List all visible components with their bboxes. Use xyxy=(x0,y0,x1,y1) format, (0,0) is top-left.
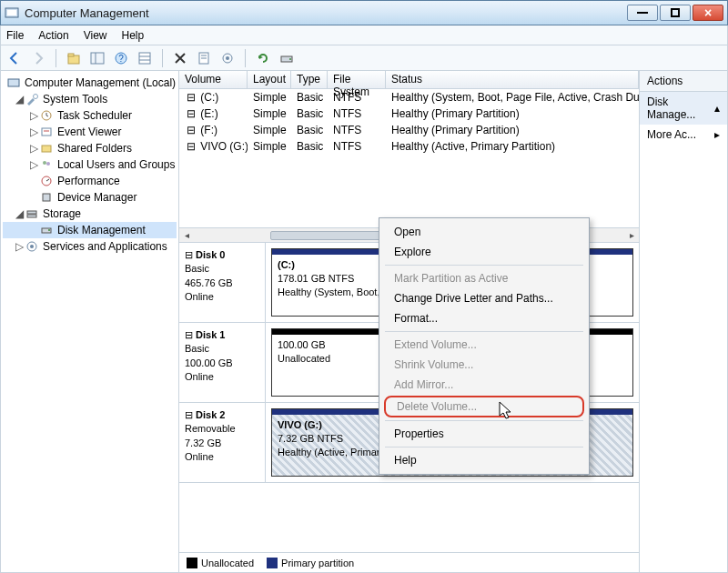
window-titlebar: Computer Management × xyxy=(0,0,728,25)
settings-icon[interactable] xyxy=(219,50,236,66)
close-button[interactable]: × xyxy=(693,5,723,21)
window-title: Computer Management xyxy=(25,6,625,20)
tree-disk-management[interactable]: Disk Management xyxy=(3,222,177,238)
tree-task-scheduler[interactable]: ▷ Task Scheduler xyxy=(3,107,177,124)
volume-row[interactable]: ⊟ (E:)SimpleBasicNTFSHealthy (Primary Pa… xyxy=(179,106,639,122)
performance-icon xyxy=(39,174,54,188)
collapse-icon[interactable]: ◢ xyxy=(14,93,25,106)
actions-group-label: Disk Manage... xyxy=(647,96,714,121)
svg-rect-29 xyxy=(27,215,36,217)
delete-icon[interactable] xyxy=(172,50,188,66)
menu-help[interactable]: Help xyxy=(122,29,145,42)
tree-item-label: Services and Applications xyxy=(43,240,167,253)
expand-icon[interactable]: ▷ xyxy=(28,109,39,122)
drive-icon: ⊟ xyxy=(185,124,197,136)
volume-table: Volume Layout Type File System Status ⊟ … xyxy=(179,71,639,242)
menu-action[interactable]: Action xyxy=(38,29,68,42)
context-menu-item[interactable]: Help xyxy=(381,450,587,470)
col-status[interactable]: Status xyxy=(386,71,639,89)
tree-item-label: Shared Folders xyxy=(57,142,132,155)
volume-row[interactable]: ⊟ (C:)SimpleBasicNTFSHealthy (System, Bo… xyxy=(179,89,639,106)
context-menu-item: Extend Volume... xyxy=(381,335,587,355)
expand-icon[interactable]: ▷ xyxy=(28,126,39,138)
legend-unallocated: Unallocated xyxy=(201,558,254,568)
tree-root[interactable]: Computer Management (Local) xyxy=(3,75,177,91)
forward-icon[interactable] xyxy=(30,50,46,66)
disk-label[interactable]: ⊟ Disk 1Basic100.00 GBOnline xyxy=(179,323,266,402)
expand-icon[interactable]: ▷ xyxy=(14,240,25,253)
actions-more[interactable]: More Ac... ▸ xyxy=(640,125,727,145)
tree-local-users[interactable]: ▷ Local Users and Groups xyxy=(3,156,177,173)
scroll-right-icon[interactable]: ▸ xyxy=(624,230,639,240)
chevron-right-icon: ▸ xyxy=(714,128,720,141)
svg-point-31 xyxy=(48,229,50,231)
svg-point-17 xyxy=(289,58,291,60)
users-icon xyxy=(39,157,54,172)
menu-separator xyxy=(385,447,583,447)
disk-label[interactable]: ⊟ Disk 0Basic465.76 GBOnline xyxy=(179,243,266,322)
expand-icon[interactable]: ▷ xyxy=(28,142,39,155)
tree-storage-label: Storage xyxy=(43,207,81,220)
event-icon xyxy=(39,125,54,139)
context-menu-item[interactable]: Explore xyxy=(381,242,587,262)
tools-icon xyxy=(25,92,39,106)
context-menu-item[interactable]: Open xyxy=(381,222,587,242)
back-icon[interactable] xyxy=(6,50,23,66)
volume-row[interactable]: ⊟ VIVO (G:)SimpleBasicNTFSHealthy (Activ… xyxy=(179,138,639,155)
minimize-button[interactable] xyxy=(627,5,658,21)
context-menu-item[interactable]: Format... xyxy=(381,308,587,328)
app-icon xyxy=(5,5,19,20)
disk-type-icon: ⊟ xyxy=(185,409,193,420)
tree-performance[interactable]: Performance xyxy=(3,173,177,189)
panel-icon[interactable] xyxy=(89,50,106,66)
svg-rect-8 xyxy=(139,53,150,64)
help-icon[interactable]: ? xyxy=(113,50,129,66)
svg-text:?: ? xyxy=(118,54,124,64)
folder-share-icon xyxy=(39,141,54,156)
clock-icon xyxy=(39,108,54,123)
disk-label[interactable]: ⊟ Disk 2Removable7.32 GBOnline xyxy=(179,403,266,482)
tree-services[interactable]: ▷ Services and Applications xyxy=(3,238,177,255)
actions-more-label: More Ac... xyxy=(647,128,696,141)
col-layout[interactable]: Layout xyxy=(248,71,291,89)
maximize-button[interactable] xyxy=(660,5,691,21)
menu-separator xyxy=(385,420,583,421)
collapse-icon[interactable]: ◢ xyxy=(14,207,25,220)
tree-device-manager[interactable]: Device Manager xyxy=(3,189,177,206)
device-icon xyxy=(39,190,54,205)
scroll-left-icon[interactable]: ◂ xyxy=(179,230,194,240)
col-volume[interactable]: Volume xyxy=(179,71,248,89)
tree-system-tools[interactable]: ◢ System Tools xyxy=(3,91,177,107)
tree-item-label: Device Manager xyxy=(57,191,136,204)
menu-view[interactable]: View xyxy=(84,29,107,42)
disk-icon[interactable] xyxy=(278,50,295,66)
context-menu-item[interactable]: Properties xyxy=(381,424,587,444)
actions-pane: Actions Disk Manage... ▴ More Ac... ▸ xyxy=(640,71,727,572)
actions-header: Actions xyxy=(640,71,727,92)
navigation-tree: Computer Management (Local) ◢ System Too… xyxy=(1,71,179,572)
tree-storage[interactable]: ◢ Storage xyxy=(3,206,177,222)
chevron-up-icon: ▴ xyxy=(714,102,720,115)
context-menu-item[interactable]: Change Drive Letter and Paths... xyxy=(381,288,587,308)
expand-icon[interactable]: ▷ xyxy=(28,158,39,171)
col-filesystem[interactable]: File System xyxy=(328,71,386,89)
drive-icon: ⊟ xyxy=(185,91,197,104)
volume-row[interactable]: ⊟ (F:)SimpleBasicNTFSHealthy (Primary Pa… xyxy=(179,122,639,138)
properties-icon[interactable] xyxy=(196,50,212,66)
svg-point-19 xyxy=(34,95,38,99)
menu-file[interactable]: File xyxy=(6,29,24,42)
svg-rect-1 xyxy=(7,10,16,15)
col-type[interactable]: Type xyxy=(291,71,328,89)
refresh-icon[interactable] xyxy=(255,50,271,66)
tree-item-label: Performance xyxy=(57,175,120,187)
tree-event-viewer[interactable]: ▷ Event Viewer xyxy=(3,124,177,140)
up-icon[interactable] xyxy=(66,50,82,66)
context-menu-item: Mark Partition as Active xyxy=(381,268,587,288)
actions-group[interactable]: Disk Manage... ▴ xyxy=(640,92,727,125)
tree-item-label: Event Viewer xyxy=(57,126,121,138)
tree-shared-folders[interactable]: ▷ Shared Folders xyxy=(3,140,177,156)
volume-table-header: Volume Layout Type File System Status xyxy=(179,71,639,89)
disk-type-icon: ⊟ xyxy=(185,329,193,340)
menu-separator xyxy=(385,331,583,332)
view-icon[interactable] xyxy=(136,50,153,66)
